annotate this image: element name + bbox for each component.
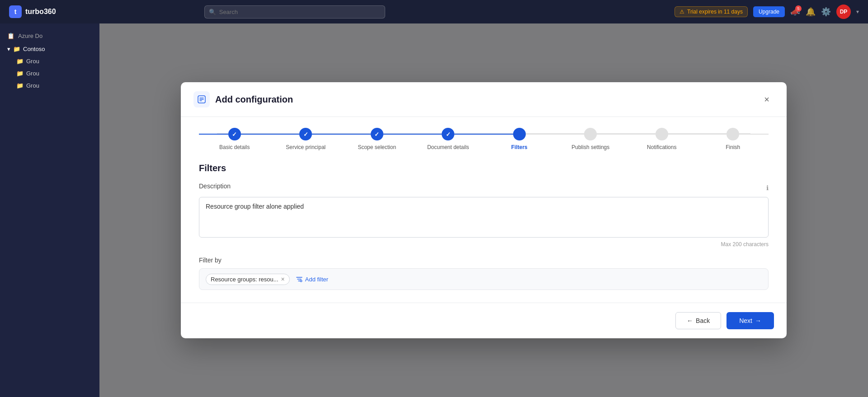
sidebar-item-group3[interactable]: 📁 Grou — [4, 79, 96, 92]
upgrade-button[interactable]: Upgrade — [753, 6, 785, 17]
folder-icon-group1: 📁 — [16, 58, 24, 65]
user-chevron-icon: ▾ — [856, 9, 859, 15]
add-filter-label: Add filter — [305, 276, 328, 283]
stepper: ✓ Basic details ✓ Ser — [181, 117, 787, 150]
description-label: Description — [199, 182, 231, 190]
back-button[interactable]: ← Back — [675, 312, 721, 329]
folder-icon: 📋 — [7, 33, 14, 39]
step-circle-8 — [726, 128, 739, 140]
modal-close-button[interactable]: × — [760, 92, 774, 107]
modal-footer: ← Back Next → — [181, 303, 787, 338]
char-limit-text: Max 200 characters — [199, 241, 769, 248]
chip-remove-button[interactable]: × — [281, 276, 285, 282]
sidebar-header: 📋 Azure Do — [0, 29, 99, 43]
modal-body: Filters Description ℹ Resource group fil… — [181, 150, 787, 303]
step-circle-6 — [584, 128, 597, 140]
folder-icon-contoso: 📁 — [13, 46, 20, 52]
search-icon: 🔍 — [209, 9, 216, 15]
config-icon — [197, 95, 206, 104]
main-content: Add configuration × ✓ Basic detail — [99, 23, 868, 397]
back-label: Back — [696, 317, 710, 324]
step-label-5: Filters — [511, 144, 528, 150]
folder-icon-group2: 📁 — [16, 70, 24, 77]
step-circle-4: ✓ — [442, 128, 454, 140]
step-basic-details: ✓ Basic details — [199, 128, 270, 150]
step-circle-1: ✓ — [228, 128, 241, 140]
user-avatar[interactable]: DP — [836, 5, 851, 19]
notifications-button[interactable]: 📣 5 — [790, 7, 800, 17]
step-publish-settings: Publish settings — [555, 128, 627, 150]
add-filter-button[interactable]: Add filter — [293, 274, 331, 285]
filter-chips-area: Resource groups: resou... × — [199, 268, 769, 290]
step-label-7: Notifications — [647, 144, 676, 150]
arrow-right-icon: → — [755, 317, 761, 324]
bell-button[interactable]: 🔔 — [806, 7, 816, 17]
sidebar-label-group3: Grou — [26, 82, 39, 89]
step-circle-3: ✓ — [371, 128, 383, 140]
description-textarea[interactable]: Resource group filter alone applied — [199, 197, 769, 238]
step-filters: Filters — [484, 128, 555, 150]
arrow-left-icon: ← — [687, 317, 693, 324]
modal-header: Add configuration × — [181, 82, 787, 117]
trial-text: Trial expires in 11 days — [687, 9, 743, 15]
notification-badge: 5 — [795, 5, 802, 12]
bell-icon: 🔔 — [806, 7, 816, 16]
sidebar-item-group2[interactable]: 📁 Grou — [4, 67, 96, 79]
step-label-4: Document details — [427, 144, 469, 150]
filter-chip-label: Resource groups: resou... — [211, 276, 278, 283]
modal-title: Add configuration — [215, 94, 293, 105]
sidebar: 📋 Azure Do ▾ 📁 Contoso 📁 Grou 📁 Grou — [0, 23, 99, 397]
step-label-3: Scope selection — [358, 144, 396, 150]
sidebar-item-group1[interactable]: 📁 Grou — [4, 55, 96, 67]
sidebar-label-contoso: Contoso — [23, 46, 45, 52]
filter-by-label: Filter by — [199, 257, 769, 264]
step-service-principal: ✓ Service principal — [270, 128, 342, 150]
folder-icon-group3: 📁 — [16, 82, 24, 89]
warning-icon: ⚠ — [679, 9, 684, 15]
filter-by-section: Filter by Resource groups: resou... × — [199, 257, 769, 290]
top-navigation: t turbo360 🔍 ⚠ Trial expires in 11 days … — [0, 0, 868, 23]
step-scope-selection: ✓ Scope selection — [341, 128, 413, 150]
gear-icon: ⚙️ — [821, 7, 831, 16]
modal-dialog: Add configuration × ✓ Basic detail — [181, 82, 787, 338]
step-label-1: Basic details — [219, 144, 250, 150]
modal-overlay: Add configuration × ✓ Basic detail — [99, 23, 868, 397]
sidebar-label-group2: Grou — [26, 70, 39, 77]
sidebar-tree: ▾ 📁 Contoso 📁 Grou 📁 Grou 📁 Grou — [0, 43, 99, 92]
description-field-group: Description ℹ Resource group filter alon… — [199, 182, 769, 248]
logo-icon: t — [9, 5, 22, 18]
next-button[interactable]: Next → — [726, 312, 774, 329]
search-container: 🔍 — [204, 5, 385, 19]
step-label-8: Finish — [726, 144, 740, 150]
next-label: Next — [739, 317, 752, 324]
description-info-icon[interactable]: ℹ — [766, 184, 769, 191]
step-label-6: Publish settings — [571, 144, 609, 150]
step-circle-5 — [513, 128, 526, 140]
modal-header-icon — [193, 91, 210, 107]
filter-add-icon — [296, 276, 302, 282]
step-document-details: ✓ Document details — [413, 128, 484, 150]
sidebar-label-group1: Grou — [26, 58, 39, 65]
nav-right-section: ⚠ Trial expires in 11 days Upgrade 📣 5 🔔… — [675, 5, 859, 19]
step-circle-7 — [656, 128, 668, 140]
section-title: Filters — [199, 163, 769, 173]
step-circle-2: ✓ — [299, 128, 312, 140]
trial-badge: ⚠ Trial expires in 11 days — [675, 6, 748, 17]
step-label-2: Service principal — [286, 144, 326, 150]
filter-chip-resource-groups: Resource groups: resou... × — [206, 274, 290, 285]
chevron-down-icon: ▾ — [7, 46, 10, 52]
sidebar-item-contoso[interactable]: ▾ 📁 Contoso — [4, 43, 96, 55]
app-logo: t turbo360 — [9, 5, 56, 18]
step-finish: Finish — [698, 128, 769, 150]
step-notifications: Notifications — [626, 128, 698, 150]
search-input[interactable] — [204, 5, 385, 19]
app-name: turbo360 — [25, 8, 56, 16]
settings-button[interactable]: ⚙️ — [821, 7, 831, 17]
sidebar-title: Azure Do — [18, 33, 42, 39]
